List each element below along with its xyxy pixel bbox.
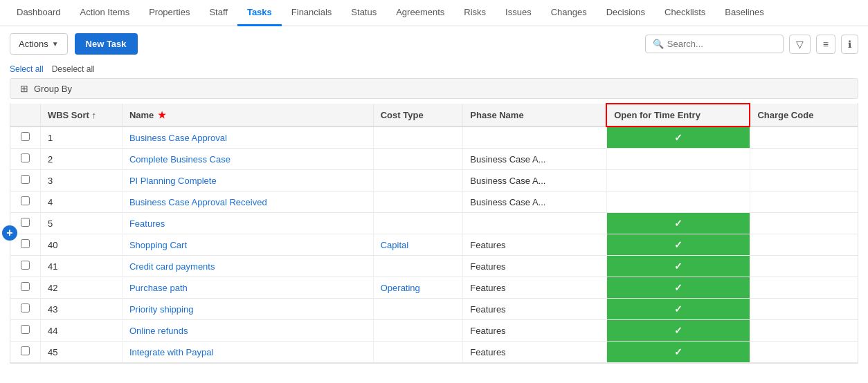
nav-tab-properties[interactable]: Properties	[139, 0, 199, 26]
row-wbs-4: 5	[40, 213, 122, 234]
row-open-time-8: ✓	[606, 299, 750, 320]
select-all-link[interactable]: Select all	[10, 64, 44, 74]
task-name-link-9[interactable]: Online refunds	[129, 326, 188, 336]
search-box: 🔍	[645, 35, 784, 53]
table-row: 41Credit card paymentsFeatures✓	[10, 256, 858, 277]
checkbox-4[interactable]	[21, 218, 30, 227]
table-row: 42Purchase pathOperatingFeatures✓	[10, 277, 858, 299]
columns-icon: ≡	[823, 39, 829, 50]
row-cost-type-1	[373, 149, 463, 170]
checkbox-10[interactable]	[21, 346, 30, 355]
row-checkbox-9	[10, 320, 40, 342]
task-name-link-7[interactable]: Purchase path	[129, 283, 188, 293]
nav-tab-tasks[interactable]: Tasks	[237, 0, 282, 26]
nav-tab-financials[interactable]: Financials	[282, 0, 342, 26]
nav-tab-changes[interactable]: Changes	[541, 0, 597, 26]
row-charge-3	[750, 192, 858, 213]
toolbar: Actions ▼ New Task 🔍 ▽ ≡ ℹ	[0, 26, 868, 62]
table-row: 40Shopping CartCapitalFeatures✓	[10, 234, 858, 256]
task-name-link-10[interactable]: Integrate with Paypal	[129, 347, 213, 357]
deselect-all-link[interactable]: Deselect all	[52, 64, 95, 74]
select-controls: Select all Deselect all	[0, 62, 868, 78]
row-wbs-8: 43	[40, 299, 122, 320]
filter-icon: ▽	[796, 39, 804, 50]
task-name-link-1[interactable]: Complete Business Case	[129, 154, 230, 165]
row-phase-4	[463, 213, 606, 234]
checkbox-8[interactable]	[21, 303, 30, 312]
row-wbs-5: 40	[40, 234, 122, 256]
row-name-9: Online refunds	[122, 320, 373, 342]
row-checkbox-0	[10, 127, 40, 149]
row-cost-type-7: Operating	[373, 277, 463, 299]
nav-tab-staff[interactable]: Staff	[199, 0, 237, 26]
nav-tab-decisions[interactable]: Decisions	[597, 0, 655, 26]
col-header-cost-type[interactable]: Cost Type	[373, 104, 463, 127]
row-wbs-6: 41	[40, 256, 122, 277]
row-checkbox-7	[10, 277, 40, 299]
row-checkbox-1	[10, 149, 40, 170]
columns-button[interactable]: ≡	[816, 35, 835, 54]
col-header-wbs[interactable]: WBS Sort ↑	[40, 104, 122, 127]
add-row-button[interactable]: +	[2, 225, 17, 241]
row-open-time-3	[606, 192, 750, 213]
row-wbs-1: 2	[40, 149, 122, 170]
nav-tab-baselines[interactable]: Baselines	[715, 0, 773, 26]
checkbox-5[interactable]	[21, 239, 30, 248]
filter-button[interactable]: ▽	[789, 35, 811, 54]
nav-tab-risks[interactable]: Risks	[454, 0, 496, 26]
row-cost-type-9	[373, 320, 463, 342]
task-name-link-6[interactable]: Credit card payments	[129, 261, 215, 272]
task-name-link-8[interactable]: Priority shipping	[129, 304, 194, 315]
row-wbs-10: 45	[40, 342, 122, 363]
row-phase-2: Business Case A...	[463, 170, 606, 192]
info-button[interactable]: ℹ	[841, 35, 858, 54]
checkbox-3[interactable]	[21, 196, 30, 205]
group-by-bar[interactable]: ⊞ Group By	[10, 78, 858, 99]
col-header-name[interactable]: Name ★	[122, 104, 373, 127]
row-phase-1: Business Case A...	[463, 149, 606, 170]
search-input[interactable]	[667, 39, 776, 49]
task-name-link-2[interactable]: PI Planning Complete	[129, 176, 217, 186]
row-open-time-9: ✓	[606, 320, 750, 342]
checkbox-2[interactable]	[21, 175, 30, 184]
task-name-link-3[interactable]: Business Case Approval Received	[129, 197, 267, 207]
row-open-time-10: ✓	[606, 342, 750, 363]
checkbox-6[interactable]	[21, 261, 30, 270]
nav-tab-checklists[interactable]: Checklists	[655, 0, 715, 26]
table-body: 1Business Case Approval✓2Complete Busine…	[10, 127, 858, 363]
row-open-time-5: ✓	[606, 234, 750, 256]
col-header-charge[interactable]: Charge Code	[750, 104, 858, 127]
nav-tab-dashboard[interactable]: Dashboard	[7, 0, 71, 26]
row-checkbox-6	[10, 256, 40, 277]
row-open-time-0: ✓	[606, 127, 750, 149]
row-charge-7	[750, 277, 858, 299]
task-name-link-4[interactable]: Features	[129, 218, 165, 229]
col-header-phase[interactable]: Phase Name	[463, 104, 606, 127]
row-name-3: Business Case Approval Received	[122, 192, 373, 213]
row-charge-0	[750, 127, 858, 149]
row-charge-8	[750, 299, 858, 320]
row-cost-type-0	[373, 127, 463, 149]
search-icon: 🔍	[653, 39, 664, 49]
row-phase-9: Features	[463, 320, 606, 342]
checkbox-0[interactable]	[21, 132, 30, 141]
new-task-button[interactable]: New Task	[75, 33, 138, 55]
row-checkbox-3	[10, 192, 40, 213]
row-charge-9	[750, 320, 858, 342]
checkbox-7[interactable]	[21, 282, 30, 291]
task-name-link-0[interactable]: Business Case Approval	[129, 133, 227, 143]
actions-button[interactable]: Actions ▼	[10, 33, 68, 55]
row-charge-6	[750, 256, 858, 277]
nav-tab-status[interactable]: Status	[341, 0, 386, 26]
task-name-link-5[interactable]: Shopping Cart	[129, 240, 187, 250]
checkbox-1[interactable]	[21, 153, 30, 162]
row-open-time-2	[606, 170, 750, 192]
row-checkbox-10	[10, 342, 40, 363]
actions-label: Actions	[19, 39, 48, 49]
nav-tab-issues[interactable]: Issues	[496, 0, 541, 26]
col-header-open-time[interactable]: Open for Time Entry	[606, 104, 750, 127]
nav-tab-agreements[interactable]: Agreements	[386, 0, 454, 26]
nav-tab-action-items[interactable]: Action Items	[71, 0, 140, 26]
checkbox-9[interactable]	[21, 325, 30, 334]
row-phase-10: Features	[463, 342, 606, 363]
